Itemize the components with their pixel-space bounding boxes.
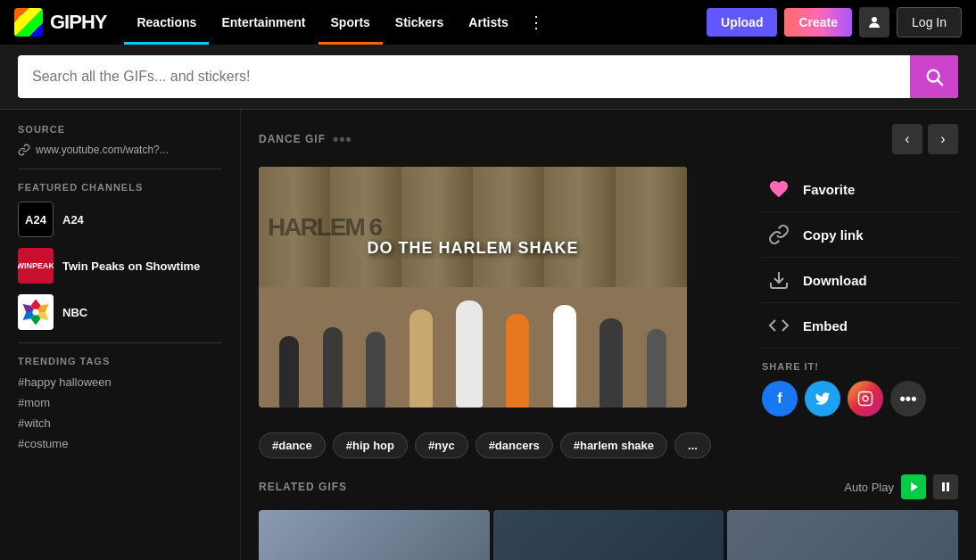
related-gif-2[interactable] [727,510,958,560]
gif-text-overlay: DO THE HARLEM SHAKE [367,239,578,258]
related-gif-1[interactable] [493,510,724,560]
svg-point-10 [32,309,38,315]
copy-link-icon [765,221,792,248]
gif-options-icon[interactable]: ••• [333,130,352,149]
download-button[interactable]: Download [762,258,958,303]
person-5-hoodie [456,301,483,408]
featured-channels-label: FEATURED CHANNELS [18,182,222,193]
tag-0[interactable]: #dance [259,432,326,458]
next-button[interactable]: › [928,124,958,154]
logo-icon [14,8,43,37]
nbc-logo [18,294,54,330]
svg-line-2 [938,80,942,85]
tag-4[interactable]: #harlem shake [560,432,667,458]
svg-rect-12 [859,392,873,406]
search-input[interactable] [18,58,910,95]
nav-actions: Upload Create Log In [707,7,962,37]
share-title: SHARE IT! [762,361,958,372]
trending-tag-2[interactable]: #witch [18,416,222,430]
nav-more-button[interactable]: ⋮ [521,0,551,45]
favorite-button[interactable]: Favorite [762,167,958,212]
a24-name: A24 [62,213,84,226]
tag-2[interactable]: #nyc [415,432,468,458]
person-3 [366,332,385,408]
divider-2 [18,342,222,343]
embed-label: Embed [803,318,848,334]
gif-category: DANCE GIF ••• [259,130,352,149]
search-button[interactable] [910,55,958,98]
autoplay-pause-button[interactable] [933,474,958,499]
trending-tag-1[interactable]: #mom [18,396,222,409]
person-9 [647,329,666,408]
gif-area: HARLEM 6 DO TH [259,167,958,416]
favorite-label: Favorite [803,182,855,197]
tag-3[interactable]: #dancers [476,432,553,458]
main-nav: Reactions Entertainment Sports Stickers … [124,0,696,45]
source-link[interactable]: www.youtube.com/watch?... [18,144,222,156]
trending-label: TRENDING TAGS [18,356,222,366]
favorite-icon [765,176,792,202]
svg-point-0 [872,17,877,22]
related-gif-0[interactable] [259,510,490,560]
nav-reactions[interactable]: Reactions [124,0,209,45]
header: GIPHY Reactions Entertainment Sports Sti… [0,0,976,45]
nav-stickers[interactable]: Stickers [383,0,456,45]
share-more-button[interactable]: ••• [890,381,926,416]
trending-tag-0[interactable]: #happy halloween [18,375,222,389]
nav-sports[interactable]: Sports [318,0,383,45]
svg-rect-16 [947,482,949,491]
person-4 [409,309,433,408]
nav-entertainment[interactable]: Entertainment [209,0,318,45]
logo-text: GIPHY [50,11,106,34]
action-panel: Favorite Copy link Download [762,167,958,416]
person-2 [323,327,343,408]
content-area: DANCE GIF ••• ‹ › HARLEM 6 [241,110,976,560]
login-button[interactable]: Log In [897,7,962,37]
gif-tags: #dance #hip hop #nyc #dancers #harlem sh… [259,432,958,458]
nav-artists[interactable]: Artists [456,0,520,45]
source-label: SOURCE [18,124,222,135]
crowd [259,203,687,408]
create-button[interactable]: Create [784,8,852,37]
embed-button[interactable]: Embed [762,303,958,349]
autoplay-label: Auto Play [844,481,894,494]
upload-button[interactable]: Upload [707,8,777,37]
person-6 [506,314,529,408]
embed-icon [765,312,792,339]
featured-twin-peaks[interactable]: TWIN PEAKS Twin Peaks on Showtime [18,248,222,284]
divider-1 [18,169,222,169]
user-icon-button[interactable] [859,7,889,37]
share-instagram-button[interactable] [848,381,883,416]
tag-1[interactable]: #hip hop [333,432,408,458]
prev-button[interactable]: ‹ [892,124,922,154]
twin-peaks-name: Twin Peaks on Showtime [62,259,200,273]
trending-tag-3[interactable]: #costume [18,437,222,450]
sidebar: SOURCE www.youtube.com/watch?... FEATURE… [0,110,241,560]
related-title: RELATED GIFS [259,481,347,493]
featured-a24[interactable]: A24 A24 [18,202,222,237]
person-7 [553,305,576,408]
download-icon [765,267,792,293]
featured-nbc[interactable]: NBC [18,294,222,330]
search-container [18,55,958,98]
person-8 [600,318,623,408]
svg-marker-14 [911,482,918,491]
copy-link-label: Copy link [803,227,864,243]
main-content: SOURCE www.youtube.com/watch?... FEATURE… [0,110,976,560]
gif-navigation: ‹ › [892,124,958,154]
gif-display: HARLEM 6 DO TH [259,167,687,408]
gif-background: HARLEM 6 DO TH [259,167,687,408]
svg-rect-15 [942,482,945,491]
autoplay-controls: Auto Play [844,474,958,499]
autoplay-play-button[interactable] [901,474,926,499]
share-twitter-button[interactable] [805,381,840,416]
a24-logo: A24 [18,202,54,237]
twin-peaks-logo: TWIN PEAKS [18,248,54,284]
share-facebook-button[interactable]: f [762,381,798,416]
nbc-name: NBC [62,306,87,319]
gif-main: HARLEM 6 DO TH [259,167,744,416]
tag-more[interactable]: ... [674,432,711,458]
logo[interactable]: GIPHY [14,8,106,37]
download-label: Download [803,273,867,288]
copy-link-button[interactable]: Copy link [762,212,958,258]
